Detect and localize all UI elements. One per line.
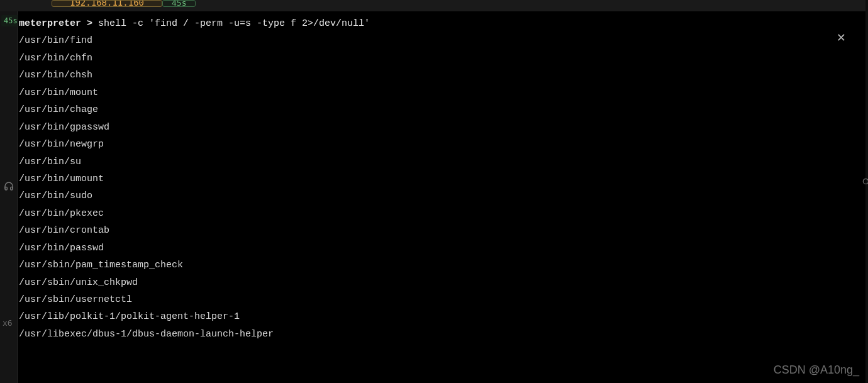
output-line: /usr/bin/umount <box>19 170 858 187</box>
ip-badge: 192.168.11.160 <box>52 0 162 7</box>
time-badge-top: 45s <box>162 0 196 7</box>
output-line: /usr/sbin/usernetctl <box>19 291 858 308</box>
output-line: /usr/bin/gpasswd <box>19 119 858 136</box>
output-line: /usr/libexec/dbus-1/dbus-daemon-launch-h… <box>19 326 858 343</box>
output-line: /usr/bin/chsh <box>19 67 858 84</box>
output-line: /usr/lib/polkit-1/polkit-agent-helper-1 <box>19 308 858 325</box>
command-text: shell -c 'find / -perm -u=s -type f 2>/d… <box>98 18 370 29</box>
output-line: /usr/bin/sudo <box>19 187 858 204</box>
terminal[interactable]: meterpreter > shell -c 'find / -perm -u=… <box>18 14 859 383</box>
output-line: /usr/sbin/unix_chkpwd <box>19 274 858 291</box>
headphones-icon[interactable] <box>4 181 14 194</box>
output-line: /usr/bin/mount <box>19 84 858 101</box>
prompt-line: meterpreter > shell -c 'find / -perm -u=… <box>19 15 858 32</box>
output-line: /usr/bin/chage <box>19 101 858 118</box>
right-edge <box>865 0 868 383</box>
output-line: /usr/sbin/pam_timestamp_check <box>19 257 858 274</box>
close-icon[interactable]: ✕ <box>837 29 845 46</box>
top-bar: 192.168.11.160 45s <box>0 0 868 11</box>
magnify-icon[interactable] <box>862 177 868 189</box>
output-line: /usr/bin/find <box>19 32 858 49</box>
side-panel: 45s x6 <box>0 11 18 383</box>
svg-point-0 <box>863 179 868 184</box>
prompt-text: meterpreter > <box>19 18 98 29</box>
output-container: /usr/bin/find/usr/bin/chfn/usr/bin/chsh/… <box>19 32 858 343</box>
output-line: /usr/bin/newgrp <box>19 136 858 153</box>
output-line: /usr/bin/chfn <box>19 50 858 67</box>
output-line: /usr/bin/su <box>19 153 858 170</box>
output-line: /usr/bin/passwd <box>19 240 858 257</box>
watermark: CSDN @A10ng_ <box>774 364 859 377</box>
output-line: /usr/bin/crontab <box>19 222 858 239</box>
side-label: x6 <box>3 318 13 328</box>
output-line: /usr/bin/pkexec <box>19 205 858 222</box>
